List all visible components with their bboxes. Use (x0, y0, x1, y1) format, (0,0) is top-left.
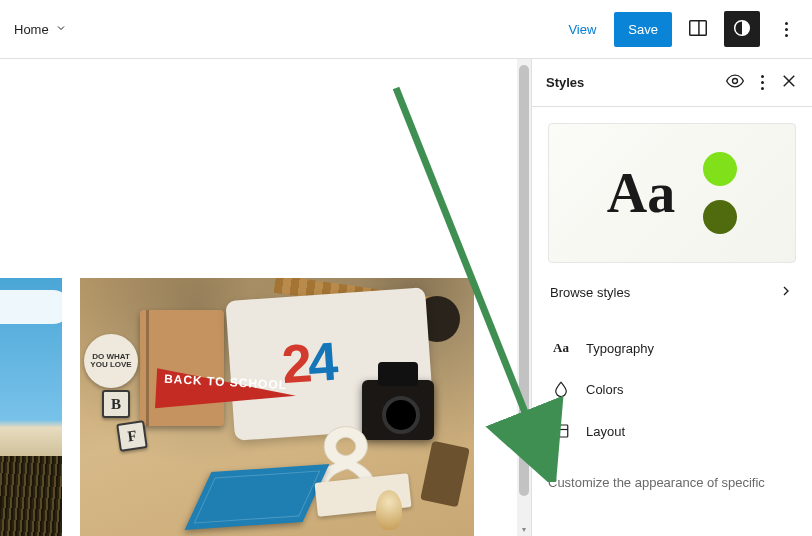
kebab-icon (785, 22, 788, 37)
contrast-icon (731, 17, 753, 42)
letter-block: B (102, 390, 130, 418)
save-button[interactable]: Save (614, 12, 672, 47)
layout-icon (550, 422, 572, 440)
circle-sign: DO WHAT YOU LOVE (84, 334, 138, 388)
kebab-icon (761, 75, 764, 90)
eye-icon[interactable] (725, 71, 745, 94)
chevron-right-icon (778, 283, 794, 302)
browse-styles-button[interactable]: Browse styles (548, 263, 796, 322)
scrollbar-thumb[interactable] (519, 65, 529, 496)
letter-block: F (116, 420, 148, 452)
typography-icon: Aa (550, 340, 572, 356)
panel-options-button[interactable] (761, 75, 764, 90)
settings-item-colors[interactable]: Colors (548, 368, 796, 410)
sidebar-panel-icon (687, 17, 709, 42)
panel-header: Styles (532, 59, 812, 107)
svg-point-3 (733, 79, 738, 84)
droplet-icon (550, 380, 572, 398)
toolbar-left: Home (4, 14, 77, 45)
options-menu-button[interactable] (768, 11, 804, 47)
template-selector[interactable]: Home (4, 14, 77, 45)
settings-toggle-button[interactable] (680, 11, 716, 47)
chevron-down-icon (55, 22, 67, 37)
typography-sample: Aa (607, 165, 675, 221)
canvas-scrollbar[interactable]: ▾ (517, 59, 531, 536)
color-swatches (703, 152, 737, 234)
style-preview-card[interactable]: Aa (548, 123, 796, 263)
panel-body: Aa Browse styles Aa Typography (532, 107, 812, 536)
settings-item-label: Colors (586, 382, 624, 397)
svg-rect-0 (690, 20, 707, 35)
toolbar-right: View Save (558, 11, 804, 47)
settings-item-label: Typography (586, 341, 654, 356)
settings-item-layout[interactable]: Layout (548, 410, 796, 452)
editor-toolbar: Home View Save (0, 0, 812, 59)
gallery-block: DO WHAT YOU LOVE 24 BACK TO SCHOOL B F (0, 278, 474, 536)
swatch-secondary (703, 200, 737, 234)
gallery-image[interactable]: DO WHAT YOU LOVE 24 BACK TO SCHOOL B F (80, 278, 474, 536)
panel-title: Styles (546, 75, 584, 90)
panel-header-tools (725, 71, 798, 94)
styles-toggle-button[interactable] (724, 11, 760, 47)
editor-canvas[interactable]: DO WHAT YOU LOVE 24 BACK TO SCHOOL B F (0, 59, 531, 536)
gallery-image[interactable] (0, 278, 62, 536)
close-panel-button[interactable] (780, 72, 798, 93)
settings-item-typography[interactable]: Aa Typography (548, 328, 796, 368)
template-name: Home (14, 22, 49, 37)
scroll-down-icon[interactable]: ▾ (517, 522, 531, 536)
style-settings-list: Aa Typography Colors Layout (548, 328, 796, 452)
settings-item-label: Layout (586, 424, 625, 439)
styles-panel: Styles Aa (531, 59, 812, 536)
browse-styles-label: Browse styles (550, 285, 630, 300)
view-link[interactable]: View (558, 14, 606, 45)
swatch-primary (703, 152, 737, 186)
svg-rect-6 (554, 425, 568, 437)
customize-hint: Customize the appearance of specific (548, 452, 796, 490)
